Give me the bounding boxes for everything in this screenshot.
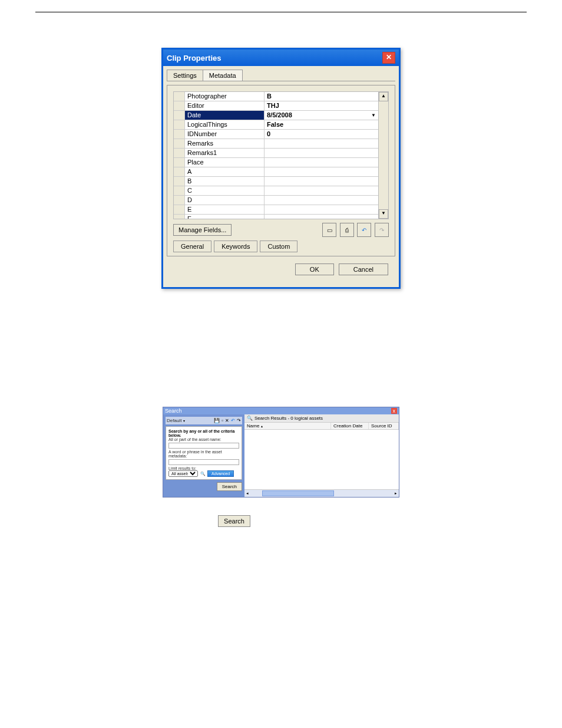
- metadata-row[interactable]: Remarks1: [174, 149, 378, 158]
- field-value[interactable]: [265, 215, 378, 219]
- advanced-button[interactable]: Advanced: [207, 470, 234, 477]
- metadata-row[interactable]: C: [174, 186, 378, 196]
- metadata-row[interactable]: Place: [174, 158, 378, 167]
- field-value[interactable]: False: [265, 120, 378, 129]
- metadata-row[interactable]: B: [174, 177, 378, 186]
- asset-meta-input[interactable]: [168, 459, 239, 465]
- metadata-row[interactable]: Date8/5/2008▼: [174, 111, 378, 120]
- undo-small-icon[interactable]: ↶: [231, 418, 235, 423]
- save-icon[interactable]: 💾: [214, 418, 220, 423]
- search-title: Search: [165, 408, 182, 414]
- field-name: LogicalThings: [185, 120, 265, 129]
- manage-fields-button[interactable]: Manage Fields...: [173, 224, 232, 236]
- field-name: A: [185, 167, 265, 176]
- default-dropdown[interactable]: Default: [167, 418, 181, 423]
- vertical-scrollbar[interactable]: ▲ ▼: [378, 92, 388, 219]
- asset-name-input[interactable]: [168, 443, 239, 449]
- metadata-row[interactable]: D: [174, 196, 378, 205]
- metadata-row[interactable]: EditorTHJ: [174, 101, 378, 111]
- metadata-row[interactable]: F: [174, 215, 378, 219]
- close-icon[interactable]: ✕: [382, 52, 395, 64]
- subtab-general[interactable]: General: [173, 241, 211, 252]
- magnifier-icon: 🔍: [200, 471, 206, 477]
- scroll-thumb[interactable]: [262, 490, 334, 496]
- name-label: All or part of the asset name:: [168, 437, 239, 442]
- row-handle: [174, 139, 185, 148]
- scroll-down-icon[interactable]: ▼: [379, 209, 388, 219]
- row-handle: [174, 120, 185, 129]
- new-icon[interactable]: ▫: [222, 418, 223, 423]
- scroll-up-icon[interactable]: ▲: [379, 92, 388, 101]
- field-value[interactable]: [265, 158, 378, 167]
- results-columns: Name ▴ Creation Date Source ID: [244, 423, 399, 430]
- page-divider: [35, 12, 527, 12]
- search-window: Search x Default ▾ 💾 ▫ ✕ ↶ ↷ Search by a…: [163, 407, 399, 498]
- field-name: Place: [185, 158, 265, 167]
- limit-select[interactable]: All assets: [168, 470, 198, 477]
- col-date[interactable]: Creation Date: [331, 423, 369, 429]
- row-handle: [174, 130, 185, 139]
- field-name: Date: [185, 111, 265, 120]
- metadata-row[interactable]: A: [174, 167, 378, 177]
- dropdown-arrow-icon[interactable]: ▼: [371, 111, 376, 120]
- title-bar: Clip Properties ✕: [163, 50, 399, 66]
- search-title-bar: Search x: [163, 407, 399, 414]
- scroll-left-icon[interactable]: ◂: [244, 491, 250, 496]
- field-value[interactable]: [265, 186, 378, 195]
- row-handle: [174, 92, 185, 101]
- subtab-keywords[interactable]: Keywords: [214, 241, 257, 252]
- tab-settings[interactable]: Settings: [167, 70, 203, 81]
- search-toolbar: Default ▾ 💾 ▫ ✕ ↶ ↷: [166, 417, 242, 424]
- redo-icon[interactable]: ↷: [375, 223, 389, 237]
- field-value[interactable]: [265, 205, 378, 214]
- criteria-title: Search by any or all of the criteria bel…: [168, 429, 239, 437]
- metadata-grid: PhotographerBEditorTHJDate8/5/2008▼Logic…: [173, 91, 389, 219]
- field-value[interactable]: [265, 196, 378, 205]
- search-close-icon[interactable]: x: [391, 408, 398, 414]
- metadata-row[interactable]: E: [174, 205, 378, 215]
- horizontal-scrollbar[interactable]: ◂ ▸: [244, 489, 399, 497]
- field-name: C: [185, 186, 265, 195]
- scroll-right-icon[interactable]: ▸: [393, 491, 399, 496]
- metadata-row[interactable]: PhotographerB: [174, 92, 378, 101]
- results-header: 🔍 Search Results - 0 logical assets: [244, 414, 399, 423]
- del-icon[interactable]: ✕: [225, 418, 229, 423]
- metadata-row[interactable]: Remarks: [174, 139, 378, 149]
- results-icon: 🔍: [247, 416, 253, 421]
- page-icon[interactable]: ▭: [322, 223, 336, 237]
- field-value[interactable]: THJ: [265, 101, 378, 110]
- search-button[interactable]: Search: [217, 482, 242, 491]
- field-name: Remarks1: [185, 149, 265, 157]
- metadata-panel: PhotographerBEditorTHJDate8/5/2008▼Logic…: [167, 85, 395, 256]
- subtab-custom[interactable]: Custom: [260, 241, 297, 252]
- row-handle: [174, 205, 185, 214]
- metadata-row[interactable]: LogicalThingsFalse: [174, 120, 378, 130]
- col-source[interactable]: Source ID: [369, 423, 399, 429]
- field-value[interactable]: [265, 177, 378, 186]
- ok-button[interactable]: OK: [295, 263, 334, 275]
- tab-metadata[interactable]: Metadata: [203, 70, 243, 81]
- field-name: E: [185, 205, 265, 214]
- print-icon[interactable]: ⎙: [340, 223, 354, 237]
- field-name: D: [185, 196, 265, 205]
- field-name: IDNumber: [185, 130, 265, 139]
- cancel-button[interactable]: Cancel: [339, 263, 388, 275]
- field-value[interactable]: 0: [265, 130, 378, 139]
- row-handle: [174, 196, 185, 205]
- results-area: [244, 430, 399, 489]
- redo-small-icon[interactable]: ↷: [237, 418, 241, 423]
- clip-properties-dialog: Clip Properties ✕ Settings Metadata Phot…: [161, 48, 401, 289]
- field-value[interactable]: [265, 139, 378, 148]
- field-name: Editor: [185, 101, 265, 110]
- field-value[interactable]: [265, 149, 378, 157]
- search-left-pane: Default ▾ 💾 ▫ ✕ ↶ ↷ Search by any or all…: [163, 414, 244, 497]
- field-value[interactable]: B: [265, 92, 378, 101]
- field-value[interactable]: [265, 167, 378, 176]
- results-title: Search Results - 0 logical assets: [254, 416, 323, 421]
- undo-icon[interactable]: ↶: [357, 223, 371, 237]
- inline-search-button[interactable]: Search: [218, 515, 250, 527]
- field-value[interactable]: 8/5/2008▼: [265, 111, 378, 120]
- metadata-row[interactable]: IDNumber0: [174, 130, 378, 139]
- col-name[interactable]: Name ▴: [244, 423, 331, 429]
- field-name: Remarks: [185, 139, 265, 148]
